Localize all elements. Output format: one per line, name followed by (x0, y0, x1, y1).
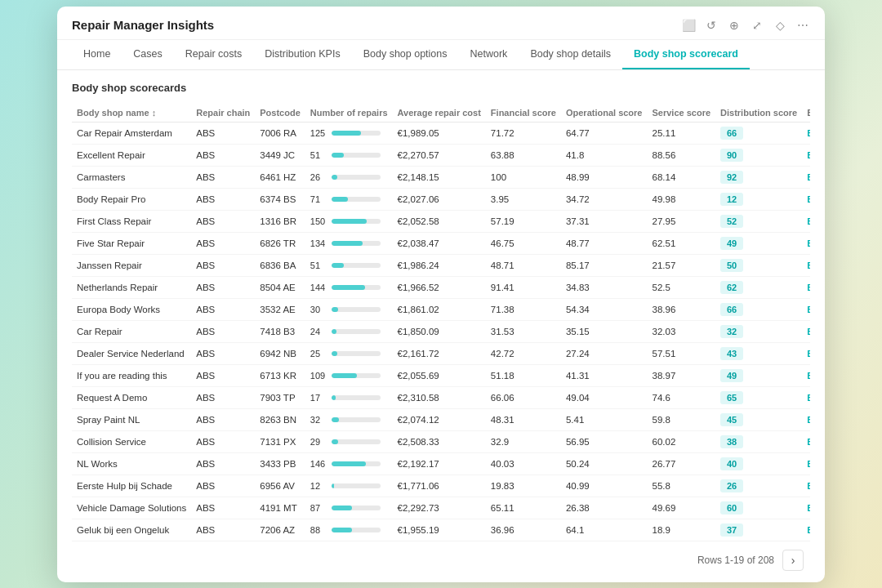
table-row: If you are reading this ABS 6713 KR 109 … (72, 364, 810, 386)
pagination-next[interactable]: › (782, 550, 804, 571)
cell-chain: ABS (191, 166, 255, 188)
cell-postcode: 3449 JC (255, 144, 305, 166)
cell-avg-cost: €1,850.09 (393, 320, 486, 342)
cell-operational: 41.31 (561, 364, 648, 386)
cell-service: 60.02 (648, 430, 716, 452)
cell-scorecard-link[interactable]: Body shop scorecard (802, 408, 810, 430)
settings-icon[interactable]: ⊕ (727, 18, 742, 33)
cell-operational: 64.1 (561, 519, 648, 541)
cell-scorecard-link[interactable]: Body shop scorecard (802, 452, 810, 474)
cell-scorecard-link[interactable]: Body shop scorecard (802, 144, 810, 166)
cell-avg-cost: €2,074.12 (393, 408, 486, 430)
col-repairs: Number of repairs (305, 104, 393, 122)
table-row: Five Star Repair ABS 6826 TR 134 €2,038.… (72, 232, 810, 254)
cell-operational: 26.38 (561, 497, 648, 519)
cell-dist-score: 90 (715, 144, 802, 166)
bookmark-icon[interactable]: ◇ (773, 18, 787, 33)
nav-repair-costs[interactable]: Repair costs (174, 40, 253, 69)
cell-scorecard-link[interactable]: Body shop scorecard (802, 254, 810, 276)
cell-postcode: 6461 HZ (255, 166, 305, 188)
cell-postcode: 6374 BS (255, 188, 305, 210)
cell-scorecard-link[interactable]: Body shop scorecard (802, 298, 810, 320)
cell-scorecard-link[interactable]: Body shop scorecard (802, 320, 810, 342)
cell-postcode: 7206 AZ (255, 519, 305, 541)
cell-operational: 34.72 (561, 188, 648, 210)
cell-dist-score: 60 (715, 497, 802, 519)
expand-icon[interactable]: ⬜ (681, 18, 696, 33)
cell-dist-score: 38 (715, 430, 802, 452)
cell-dist-score: 26 (715, 474, 802, 497)
cell-name: Netherlands Repair (72, 276, 191, 298)
cell-postcode: 7903 TP (255, 386, 305, 408)
cell-scorecard-link[interactable]: Body shop scorecard (802, 364, 810, 386)
cell-name: Carmasters (72, 166, 191, 188)
cell-postcode: 7418 B3 (255, 320, 305, 342)
cell-dist-score: 49 (715, 232, 802, 254)
cell-postcode: 8263 BN (255, 408, 305, 430)
cell-scorecard-link[interactable]: Body shop scorecard (802, 430, 810, 452)
more-icon[interactable]: ⋯ (795, 18, 810, 33)
cell-operational: 64.77 (561, 122, 648, 144)
titlebar: Repair Manager Insights ⬜ ↺ ⊕ ⤢ ◇ ⋯ (57, 7, 825, 40)
cell-scorecard-link[interactable]: Body shop scorecard (802, 386, 810, 408)
cell-scorecard-link[interactable]: Body shop scorecard (802, 232, 810, 254)
cell-financial: 42.72 (486, 342, 561, 364)
cell-service: 57.51 (648, 342, 716, 364)
cell-scorecard-link[interactable]: Body shop scorecard (802, 474, 810, 497)
cell-service: 62.51 (648, 232, 716, 254)
cell-repairs: 26 (305, 166, 393, 188)
cell-avg-cost: €2,161.72 (393, 342, 486, 364)
cell-operational: 49.04 (561, 386, 648, 408)
cell-financial: 65.11 (486, 497, 561, 519)
cell-name: Spray Paint NL (72, 408, 191, 430)
fullscreen-icon[interactable]: ⤢ (750, 18, 764, 33)
cell-scorecard-link[interactable]: Body shop scorecard (802, 342, 810, 364)
pagination: Rows 1-19 of 208 › (72, 541, 810, 574)
cell-chain: ABS (191, 188, 255, 210)
nav-body-shop-options[interactable]: Body shop options (352, 40, 459, 69)
cell-financial: 40.03 (486, 452, 561, 474)
cell-scorecard-link[interactable]: Body shop scorecard (802, 210, 810, 232)
cell-operational: 48.77 (561, 232, 648, 254)
table-row: NL Works ABS 3433 PB 146 €2,192.17 40.03… (72, 452, 810, 474)
nav-network[interactable]: Network (459, 40, 519, 69)
cell-operational: 50.24 (561, 452, 648, 474)
cell-scorecard-link[interactable]: Body shop scorecard (802, 519, 810, 541)
cell-dist-score: 37 (715, 519, 802, 541)
cell-repairs: 12 (305, 474, 393, 497)
cell-operational: 85.17 (561, 254, 648, 276)
pagination-text: Rows 1-19 of 208 (697, 555, 774, 566)
nav-distribution-kpis[interactable]: Distribution KPIs (253, 40, 351, 69)
cell-name: Excellent Repair (72, 144, 191, 166)
navigation: Home Cases Repair costs Distribution KPI… (57, 40, 825, 70)
cell-postcode: 7131 PX (255, 430, 305, 452)
cell-chain: ABS (191, 298, 255, 320)
table-row: Vehicle Damage Solutions ABS 4191 MT 87 … (72, 497, 810, 519)
cell-postcode: 6836 BA (255, 254, 305, 276)
table-row: Janssen Repair ABS 6836 BA 51 €1,986.24 … (72, 254, 810, 276)
nav-cases[interactable]: Cases (122, 40, 173, 69)
nav-body-shop-scorecard[interactable]: Body shop scorecard (622, 40, 750, 69)
cell-chain: ABS (191, 408, 255, 430)
cell-repairs: 87 (305, 497, 393, 519)
cell-scorecard-link[interactable]: Body shop scorecard (802, 122, 810, 144)
cell-scorecard-link[interactable]: Body shop scorecard (802, 497, 810, 519)
cell-name: Eerste Hulp bij Schade (72, 474, 191, 497)
cell-postcode: 6956 AV (255, 474, 305, 497)
nav-home[interactable]: Home (72, 40, 122, 69)
refresh-icon[interactable]: ↺ (704, 18, 719, 33)
cell-dist-score: 43 (715, 342, 802, 364)
cell-financial: 48.31 (486, 408, 561, 430)
cell-scorecard-link[interactable]: Body shop scorecard (802, 188, 810, 210)
cell-chain: ABS (191, 254, 255, 276)
cell-avg-cost: €2,192.17 (393, 452, 486, 474)
cell-financial: 32.9 (486, 430, 561, 452)
nav-body-shop-details[interactable]: Body shop details (519, 40, 622, 69)
cell-scorecard-link[interactable]: Body shop scorecard (802, 276, 810, 298)
cell-scorecard-link[interactable]: Body shop scorecard (802, 166, 810, 188)
cell-name: NL Works (72, 452, 191, 474)
cell-operational: 34.83 (561, 276, 648, 298)
cell-operational: 27.24 (561, 342, 648, 364)
table-row: Spray Paint NL ABS 8263 BN 32 €2,074.12 … (72, 408, 810, 430)
table-row: Collision Service ABS 7131 PX 29 €2,508.… (72, 430, 810, 452)
